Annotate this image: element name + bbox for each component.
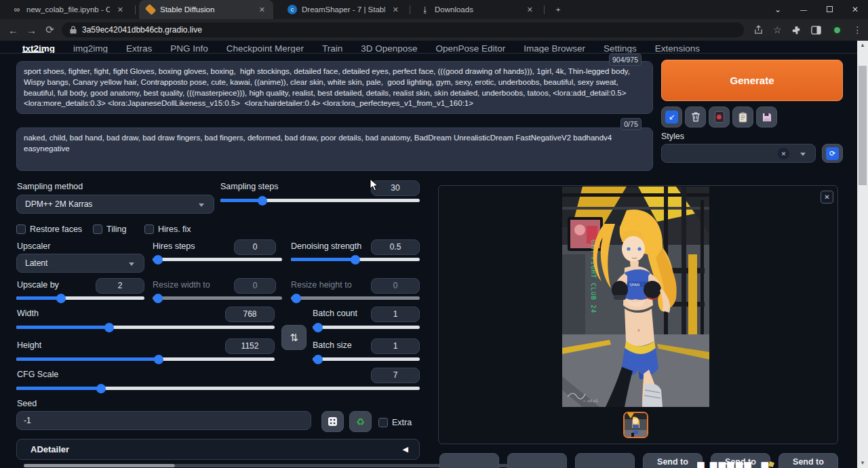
sampling-method-select[interactable]: DPM++ 2M Karras: [16, 195, 214, 214]
browser-tab-stable-diffusion[interactable]: Stable Diffusion ✕: [139, 0, 273, 19]
send-to-img2img-button[interactable]: Send to: [643, 453, 703, 468]
hires-steps-slider[interactable]: [153, 258, 282, 261]
tab-close-icon[interactable]: ✕: [256, 5, 268, 15]
horizontal-scrollbar-thumb[interactable]: [24, 464, 175, 467]
scroll-up-icon[interactable]: ▲: [857, 41, 868, 50]
upscaler-value: Latent: [25, 258, 47, 268]
hires-fix-checkbox[interactable]: [144, 225, 154, 234]
reuse-seed-button[interactable]: ♻: [349, 411, 372, 432]
close-image-icon[interactable]: ✕: [821, 191, 833, 203]
batch-count-label: Batch count: [313, 309, 357, 318]
tab-close-icon[interactable]: ✕: [524, 5, 536, 15]
minimize-icon[interactable]: —: [791, 6, 816, 14]
bookmark-star-icon[interactable]: ☆: [773, 24, 782, 35]
random-seed-button[interactable]: [321, 411, 344, 432]
denoising-input[interactable]: 0.5: [371, 239, 420, 255]
reload-icon[interactable]: ⟳: [41, 24, 59, 36]
swap-dimensions-button[interactable]: ⇅: [281, 325, 307, 350]
generated-image[interactable]: GYM FIGHT CLUB 24 SPAR: [562, 187, 709, 407]
scrollbar-thumb[interactable]: [859, 66, 867, 185]
upscaler-select[interactable]: Latent: [16, 254, 144, 273]
scroll-down-icon[interactable]: ▼: [857, 459, 868, 468]
tab-train[interactable]: Train: [322, 43, 342, 54]
new-tab-button[interactable]: +: [548, 0, 567, 19]
tab-extras[interactable]: Extras: [126, 43, 152, 54]
width-input[interactable]: 768: [225, 307, 275, 322]
refresh-icon: ⟳: [826, 147, 839, 160]
kebab-menu-icon[interactable]: ⋮: [853, 24, 863, 35]
tab-close-icon[interactable]: ✕: [115, 5, 126, 15]
profile-avatar[interactable]: [831, 24, 844, 37]
width-label: Width: [17, 309, 39, 318]
cfg-scale-slider[interactable]: [16, 387, 420, 390]
back-icon[interactable]: ←: [4, 24, 22, 36]
svg-text:~ sd.v1: ~ sd.v1: [583, 398, 598, 403]
height-label: Height: [17, 340, 41, 350]
tab-img2img[interactable]: img2img: [73, 43, 108, 54]
gallery-thumbnail[interactable]: [623, 412, 648, 438]
restore-faces-checkbox[interactable]: [16, 225, 26, 234]
height-input[interactable]: 1152: [225, 338, 275, 354]
refresh-styles-button[interactable]: ⟳: [822, 144, 843, 163]
upscale-by-input[interactable]: 2: [96, 278, 144, 294]
lock-icon: [70, 26, 77, 34]
styles-clear-icon[interactable]: ✕: [778, 148, 789, 159]
tab-3d-openpose[interactable]: 3D Openpose: [361, 43, 417, 54]
screen: ∞ new_colab_file.ipynb - Colaborat ✕ Sta…: [0, 0, 868, 468]
vertical-scrollbar[interactable]: ▲ ▼: [857, 41, 868, 468]
paste-params-button[interactable]: ↙: [661, 106, 682, 128]
prompt-textarea[interactable]: sport shoes, fighter, fight, fight Glove…: [16, 61, 653, 114]
tab-title: DreamShaper - 7 | Stable Diffusio: [302, 5, 385, 14]
output-button-1[interactable]: [439, 453, 499, 468]
forward-icon[interactable]: →: [22, 24, 41, 36]
extra-seed-checkbox[interactable]: [378, 418, 388, 427]
batch-size-input[interactable]: 1: [371, 338, 420, 354]
tab-openpose-editor[interactable]: OpenPose Editor: [435, 43, 505, 54]
batch-count-input[interactable]: 1: [371, 307, 420, 322]
close-window-icon[interactable]: ✕: [842, 5, 868, 14]
browser-tab-colab[interactable]: ∞ new_colab_file.ipynb - Colaborat ✕: [5, 0, 132, 19]
chevron-down-icon: [800, 153, 806, 156]
chevron-down-icon[interactable]: ⌄: [765, 5, 791, 14]
generate-button[interactable]: Generate: [661, 60, 843, 101]
resize-height-input: 0: [371, 278, 420, 294]
tiling-label: Tiling: [106, 225, 126, 234]
tab-image-browser[interactable]: Image Browser: [524, 43, 585, 54]
browser-tab-downloads[interactable]: ⭳ Downloads ✕: [414, 0, 541, 19]
output-button-3[interactable]: [575, 453, 635, 468]
sampling-method-value: DPM++ 2M Karras: [25, 199, 92, 209]
tiling-checkbox[interactable]: [93, 225, 102, 234]
tab-close-icon[interactable]: ✕: [390, 5, 401, 15]
browser-tab-civitai[interactable]: c DreamShaper - 7 | Stable Diffusio ✕: [281, 0, 407, 19]
styles-dropdown[interactable]: ✕: [661, 144, 816, 163]
adetailer-accordion[interactable]: ADetailer ◀: [16, 439, 420, 460]
sampling-steps-slider[interactable]: [220, 199, 420, 202]
extra-networks-button[interactable]: [709, 106, 730, 128]
save-style-button[interactable]: [756, 106, 777, 128]
share-icon[interactable]: [753, 25, 764, 35]
upscale-by-slider[interactable]: [16, 296, 144, 300]
negative-prompt-textarea[interactable]: naked, child, bad hand, bad draw, bad dr…: [16, 128, 653, 171]
tab-extensions[interactable]: Extensions: [655, 43, 700, 54]
clear-prompt-button[interactable]: [685, 106, 706, 128]
batch-count-slider[interactable]: [313, 326, 420, 329]
url-bar[interactable]: 3a59ec42041dbb46cb.gradio.live: [62, 22, 744, 37]
extensions-puzzle-icon[interactable]: [791, 25, 802, 35]
tab-checkpoint-merger[interactable]: Checkpoint Merger: [226, 43, 304, 54]
width-slider[interactable]: [16, 326, 275, 329]
seed-input[interactable]: [16, 411, 311, 430]
side-panel-icon[interactable]: [811, 25, 821, 35]
output-button-2[interactable]: [507, 453, 567, 468]
tab-png-info[interactable]: PNG Info: [170, 43, 208, 54]
tab-separator: [135, 5, 136, 14]
tab-settings[interactable]: Settings: [604, 43, 637, 54]
apply-styles-button[interactable]: [732, 106, 753, 128]
height-slider[interactable]: [16, 357, 275, 361]
batch-size-slider[interactable]: [313, 357, 420, 361]
cfg-scale-input[interactable]: 7: [371, 368, 420, 383]
tab-title: Stable Diffusion: [160, 5, 252, 14]
hires-steps-input[interactable]: 0: [234, 239, 276, 255]
maximize-icon[interactable]: [816, 5, 842, 14]
denoising-slider[interactable]: [291, 258, 420, 261]
chevron-down-icon: [129, 262, 134, 266]
